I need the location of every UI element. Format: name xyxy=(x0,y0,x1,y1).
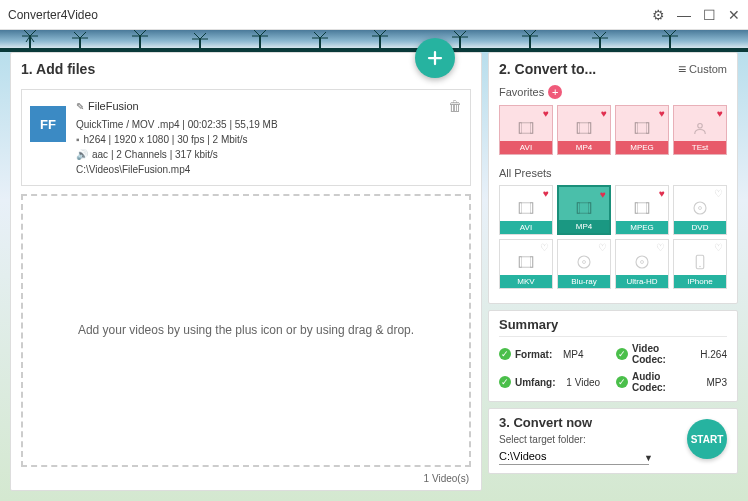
heart-icon: ♥ xyxy=(659,108,665,119)
video-count: 1 Video(s) xyxy=(11,471,481,490)
heart-icon: ♥ xyxy=(601,108,607,119)
minimize-button[interactable]: — xyxy=(677,7,691,23)
disc-icon xyxy=(633,253,651,275)
svg-rect-4 xyxy=(199,39,201,50)
svg-rect-26 xyxy=(577,203,579,214)
pencil-icon[interactable]: ✎ xyxy=(76,99,84,114)
drop-hint: Add your videos by using the plus icon o… xyxy=(78,323,414,337)
preset-mpeg[interactable]: ♥MPEG xyxy=(615,105,669,155)
preset-iphone[interactable]: ♡IPhone xyxy=(673,239,727,289)
svg-rect-29 xyxy=(635,203,637,214)
add-favorite-button[interactable]: + xyxy=(548,85,562,99)
heart-icon[interactable]: ♡ xyxy=(540,242,549,253)
film-icon xyxy=(633,119,651,141)
preset-label: MP4 xyxy=(558,141,610,154)
summary-format: ✓Format: MP4 xyxy=(499,343,610,365)
svg-rect-17 xyxy=(589,123,591,134)
summary-video-codec: ✓Video Codec: H.264 xyxy=(616,343,727,365)
svg-point-21 xyxy=(698,124,703,129)
svg-rect-35 xyxy=(531,257,533,268)
film-icon xyxy=(517,199,535,221)
heart-icon[interactable]: ♥ xyxy=(659,188,665,199)
file-name: FileFusion xyxy=(88,98,139,115)
preset-ultra-hd[interactable]: ♡Ultra-HD xyxy=(615,239,669,289)
preset-mkv[interactable]: ♡MKV xyxy=(499,239,553,289)
all-presets-label: All Presets xyxy=(499,167,552,179)
svg-rect-14 xyxy=(531,123,533,134)
svg-point-39 xyxy=(641,261,644,264)
preset-avi[interactable]: ♥AVI xyxy=(499,105,553,155)
svg-rect-34 xyxy=(519,257,521,268)
file-meta: QuickTime / MOV .mp4 | 00:02:35 | 55,19 … xyxy=(76,117,462,132)
trash-icon[interactable]: 🗑 xyxy=(448,98,462,114)
svg-rect-16 xyxy=(577,123,579,134)
film-icon xyxy=(517,119,535,141)
preset-test[interactable]: ♥TEst xyxy=(673,105,727,155)
svg-rect-13 xyxy=(519,123,521,134)
target-folder-select[interactable]: C:\Videos xyxy=(499,448,649,465)
close-button[interactable]: ✕ xyxy=(728,7,740,23)
add-button[interactable] xyxy=(415,38,455,78)
svg-rect-23 xyxy=(519,203,521,214)
preset-label: MKV xyxy=(500,275,552,288)
svg-point-31 xyxy=(694,202,706,214)
preset-label: AVI xyxy=(500,141,552,154)
add-files-title: 1. Add files xyxy=(21,61,471,77)
preset-mpeg[interactable]: ♥MPEG xyxy=(615,185,669,235)
film-icon xyxy=(633,199,651,221)
preset-avi[interactable]: ♥AVI xyxy=(499,185,553,235)
file-path: C:\Videos\FileFusion.mp4 xyxy=(76,162,462,177)
phone-icon xyxy=(691,253,709,275)
app-title: Converter4Video xyxy=(8,8,652,22)
svg-point-41 xyxy=(699,266,701,268)
maximize-button[interactable]: ☐ xyxy=(703,7,716,23)
svg-rect-5 xyxy=(259,36,261,50)
start-button[interactable]: START xyxy=(687,419,727,459)
svg-point-37 xyxy=(583,261,586,264)
favorites-label: Favorites xyxy=(499,86,544,98)
drop-zone[interactable]: Add your videos by using the plus icon o… xyxy=(21,194,471,468)
svg-rect-7 xyxy=(379,36,381,50)
disc-icon xyxy=(691,199,709,221)
file-card[interactable]: FF ✎ FileFusion QuickTime / MOV .mp4 | 0… xyxy=(21,89,471,186)
preset-label: MPEG xyxy=(616,141,668,154)
preset-blu-ray[interactable]: ♡Blu-ray xyxy=(557,239,611,289)
heart-icon[interactable]: ♡ xyxy=(714,242,723,253)
custom-button[interactable]: Custom xyxy=(678,61,727,77)
heart-icon[interactable]: ♡ xyxy=(656,242,665,253)
svg-point-38 xyxy=(636,256,648,268)
heart-icon[interactable]: ♡ xyxy=(598,242,607,253)
svg-point-36 xyxy=(578,256,590,268)
audio-icon: 🔊 xyxy=(76,147,88,162)
heart-icon[interactable]: ♡ xyxy=(714,188,723,199)
video-icon: ▪ xyxy=(76,132,80,147)
user-icon xyxy=(691,119,709,141)
svg-rect-30 xyxy=(647,203,649,214)
heart-icon: ♥ xyxy=(543,108,549,119)
file-video-info: h264 | 1920 x 1080 | 30 fps | 2 Mbit/s xyxy=(84,132,248,147)
preset-label: MP4 xyxy=(559,220,609,233)
svg-rect-1 xyxy=(29,36,31,50)
film-icon xyxy=(575,119,593,141)
svg-rect-10 xyxy=(599,38,601,50)
preset-mp4[interactable]: ♥MP4 xyxy=(557,185,611,235)
svg-rect-2 xyxy=(79,38,81,50)
chevron-down-icon: ▼ xyxy=(644,453,653,463)
disc-icon xyxy=(575,253,593,275)
preset-label: MPEG xyxy=(616,221,668,234)
svg-rect-8 xyxy=(459,37,461,50)
film-icon xyxy=(575,199,593,221)
svg-rect-19 xyxy=(635,123,637,134)
preset-dvd[interactable]: ♡DVD xyxy=(673,185,727,235)
file-thumb: FF xyxy=(30,106,66,142)
svg-rect-24 xyxy=(531,203,533,214)
gear-icon[interactable]: ⚙ xyxy=(652,7,665,23)
file-audio-info: aac | 2 Channels | 317 kbit/s xyxy=(92,147,218,162)
svg-rect-3 xyxy=(139,36,141,50)
summary-title: Summary xyxy=(499,317,727,337)
convert-to-title: 2. Convert to... xyxy=(499,61,678,77)
heart-icon[interactable]: ♥ xyxy=(543,188,549,199)
preset-mp4[interactable]: ♥MP4 xyxy=(557,105,611,155)
svg-rect-6 xyxy=(319,38,321,50)
heart-icon[interactable]: ♥ xyxy=(600,189,606,200)
